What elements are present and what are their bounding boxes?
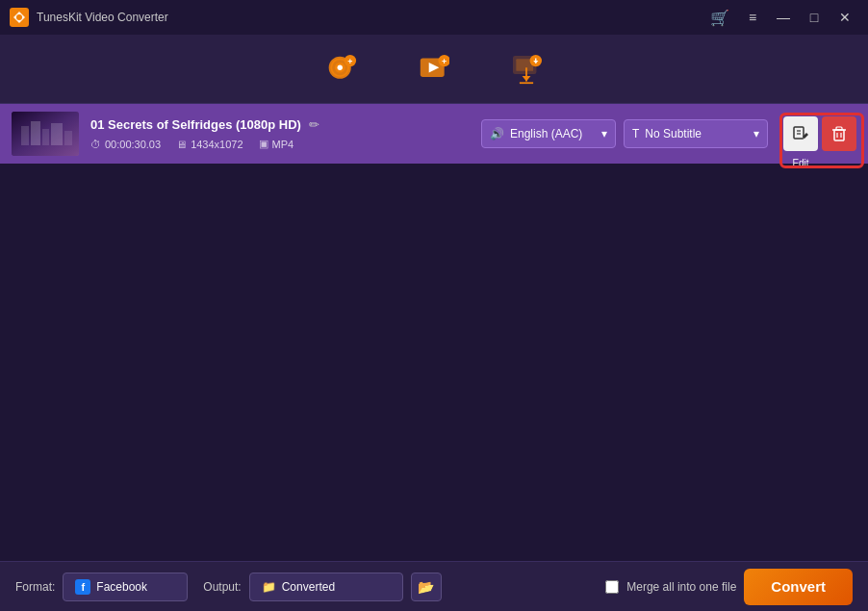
app-logo-icon [10,8,29,27]
duration-value: 00:00:30.03 [105,139,161,150]
edit-button-label: Edit [792,158,808,168]
svg-text:+: + [442,56,447,65]
audio-dropdown[interactable]: 🔊 English (AAC) ▾ [481,119,616,148]
minimize-button[interactable]: — [770,7,797,28]
format-label: Format: [15,580,55,594]
output-text: Converted [282,580,335,594]
file-meta: ⏱ 00:00:30.03 🖥 1434x1072 ▣ MP4 [90,138,470,150]
app-title: TunesKit Video Converter [37,11,168,24]
menu-icon-btn[interactable]: ≡ [739,7,766,28]
output-label: Output: [203,580,241,594]
close-button[interactable]: ✕ [831,7,858,28]
svg-rect-19 [21,126,29,145]
file-info: 01 Secrets of Selfridges (1080p HD) ✏ ⏱ … [90,117,470,150]
svg-rect-21 [42,129,49,145]
monitor-icon: 🖥 [176,139,187,150]
title-bar-controls: 🛒 ≡ — □ ✕ [710,7,858,28]
subtitle-chevron-icon: ▾ [753,127,759,140]
file-icon: ▣ [259,138,268,150]
svg-rect-27 [834,130,844,140]
file-controls: 🔊 English (AAC) ▾ T No Subtitle ▾ E [481,116,856,151]
resolution-value: 1434x1072 [191,139,243,150]
file-name: 01 Secrets of Selfridges (1080p HD) [90,117,301,132]
title-bar: TunesKit Video Converter 🛒 ≡ — □ ✕ [0,0,868,35]
pencil-icon[interactable]: ✏ [309,117,319,132]
trash-icon [830,125,848,142]
download-icon [509,52,544,87]
delete-button[interactable] [822,116,856,151]
bottom-bar: Format: f Facebook Output: 📁 Converted 📂… [0,561,868,611]
maximize-button[interactable]: □ [801,7,828,28]
audio-chevron-icon: ▾ [601,127,607,140]
clock-icon: ⏱ [90,139,101,150]
thumbnail-preview [12,112,79,156]
svg-text:+: + [347,56,352,65]
subtitle-value: No Subtitle [645,127,748,140]
format-meta: ▣ MP4 [259,138,294,150]
add-media-button[interactable]: + [324,52,359,87]
download-button[interactable] [509,52,544,87]
play-icon: + [417,52,451,87]
action-buttons: Edit [783,116,856,151]
main-content-area [0,164,868,561]
open-folder-icon: 📂 [418,579,434,595]
format-text: Facebook [96,580,147,594]
edit-button[interactable]: Edit [783,116,818,151]
title-bar-left: TunesKit Video Converter [10,8,168,27]
add-media-icon: + [324,52,359,87]
svg-rect-24 [794,127,804,139]
edit-icon [792,125,809,142]
subtitle-icon: T [632,127,639,140]
facebook-icon: f [75,579,90,595]
cart-icon[interactable]: 🛒 [710,9,729,27]
convert-button[interactable]: Convert [744,569,853,605]
svg-rect-29 [836,127,842,130]
format-section: Format: f Facebook [15,573,188,601]
output-path: 📁 Converted [249,573,403,601]
format-selector[interactable]: f Facebook [63,573,188,601]
duration-meta: ⏱ 00:00:30.03 [90,139,161,150]
format-value-meta: MP4 [272,139,294,150]
folder-icon: 📁 [262,580,276,594]
svg-rect-23 [64,131,72,145]
toolbar: + + [0,35,868,104]
file-row: 01 Secrets of Selfridges (1080p HD) ✏ ⏱ … [0,104,868,164]
audio-icon: 🔊 [490,127,504,140]
svg-point-1 [16,14,22,20]
svg-point-5 [338,64,343,69]
merge-section: Merge all into one file Convert [605,569,853,605]
merge-checkbox[interactable] [605,580,619,594]
file-title-row: 01 Secrets of Selfridges (1080p HD) ✏ [90,117,470,132]
svg-rect-20 [31,121,40,145]
resolution-meta: 🖥 1434x1072 [176,139,243,150]
subtitle-dropdown[interactable]: T No Subtitle ▾ [624,119,768,148]
add-blu-ray-button[interactable]: + [417,52,451,87]
file-thumbnail [12,112,79,156]
audio-value: English (AAC) [510,127,596,140]
output-section: Output: 📁 Converted 📂 [203,573,441,601]
merge-label[interactable]: Merge all into one file [626,580,736,594]
svg-rect-22 [51,123,63,145]
browse-folder-button[interactable]: 📂 [411,573,442,601]
